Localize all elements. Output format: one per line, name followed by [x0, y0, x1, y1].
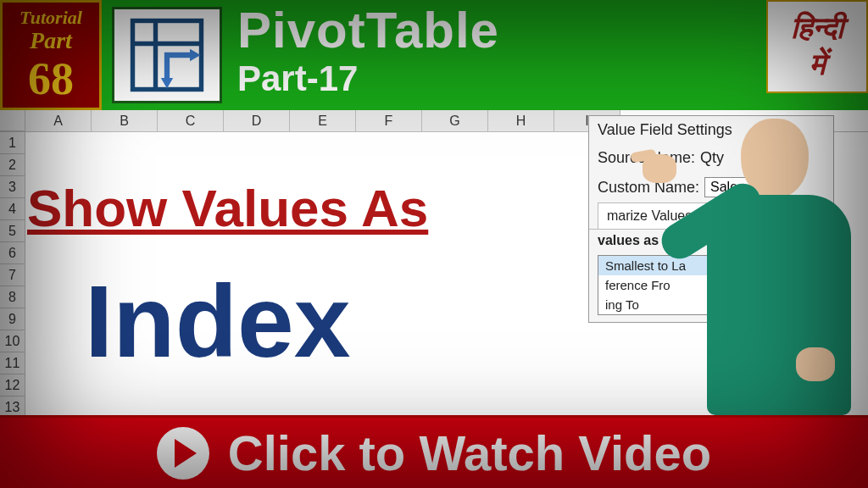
- row-header: 3: [0, 176, 25, 198]
- badge-line1: Tutorial: [19, 8, 82, 27]
- custom-name-row: Custom Name:: [589, 172, 833, 202]
- tutorial-part-badge: Tutorial Part 68: [0, 0, 102, 110]
- dialog-tabs: marize Values By Sho: [589, 202, 833, 230]
- row-header: 1: [0, 132, 25, 154]
- list-item[interactable]: ing To: [598, 295, 824, 314]
- row-header: 10: [0, 330, 25, 352]
- row-header: 8: [0, 286, 25, 308]
- hindi-badge: हिन्दी में: [766, 0, 868, 93]
- sub-title: Part-17: [237, 61, 499, 97]
- source-name-value: Qty: [700, 149, 724, 167]
- list-item[interactable]: ference Fro: [598, 275, 824, 295]
- main-title: PivotTable: [237, 5, 499, 56]
- source-name-label: Source Name:: [598, 149, 695, 167]
- list-item[interactable]: Smallest to La: [598, 256, 824, 275]
- title-block: PivotTable Part-17: [237, 5, 499, 97]
- tab-summarize[interactable]: marize Values By: [598, 202, 721, 229]
- values-as-listbox[interactable]: Smallest to La ference Fro ing To: [598, 255, 825, 315]
- col-header: H: [488, 110, 554, 131]
- hindi-line2: में: [810, 47, 826, 83]
- svg-marker-3: [190, 49, 201, 61]
- custom-name-label: Custom Name:: [598, 179, 699, 197]
- row-header: 11: [0, 352, 25, 374]
- col-header: B: [92, 110, 158, 131]
- tab-show-values[interactable]: Sho: [721, 202, 763, 229]
- cta-label: Click to Watch Video: [228, 424, 711, 481]
- col-header: G: [422, 110, 488, 131]
- col-header: F: [356, 110, 422, 131]
- hindi-line1: हिन्दी: [791, 10, 843, 47]
- badge-number: 68: [28, 56, 74, 102]
- select-all-corner: [0, 110, 25, 131]
- row-header: 5: [0, 220, 25, 242]
- header-bar: Tutorial Part 68 PivotTable Part-17 हिन्…: [0, 0, 868, 110]
- row-header: 7: [0, 264, 25, 286]
- pivottable-icon: [112, 7, 222, 103]
- row-header: 2: [0, 154, 25, 176]
- source-name-row: Source Name: Qty: [589, 144, 833, 172]
- col-header: D: [224, 110, 290, 131]
- row-header: 4: [0, 198, 25, 220]
- index-heading: Index: [85, 263, 350, 380]
- custom-name-input[interactable]: [704, 177, 764, 197]
- svg-marker-4: [161, 78, 173, 89]
- badge-line2: Part: [30, 29, 72, 53]
- show-values-as-heading: Show Values As: [27, 178, 428, 238]
- col-header: E: [290, 110, 356, 131]
- row-header: 12: [0, 374, 25, 396]
- col-header: A: [25, 110, 92, 131]
- watch-video-cta[interactable]: Click to Watch Video: [0, 415, 868, 488]
- row-header: 9: [0, 308, 25, 330]
- value-field-settings-dialog: Value Field Settings Source Name: Qty Cu…: [588, 115, 834, 323]
- col-header: C: [158, 110, 224, 131]
- play-icon: [157, 427, 209, 480]
- dialog-title: Value Field Settings: [589, 116, 833, 144]
- show-values-caption: values as: [589, 230, 833, 252]
- row-header: 6: [0, 242, 25, 264]
